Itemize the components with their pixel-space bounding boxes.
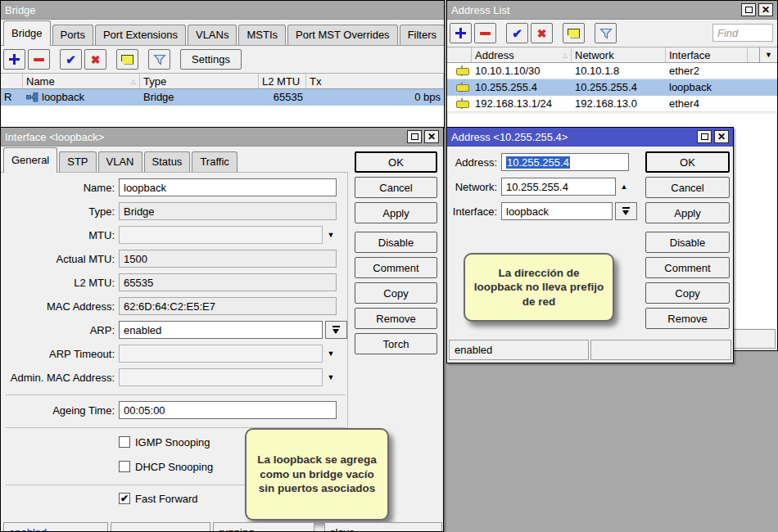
add-button[interactable] — [3, 49, 25, 70]
close-button[interactable]: ✕ — [424, 130, 439, 143]
tab-bridge[interactable]: Bridge — [3, 20, 51, 46]
tab-traffic[interactable]: Traffic — [192, 151, 237, 172]
ok-button[interactable]: OK — [355, 151, 437, 173]
close-button[interactable]: ✕ — [758, 3, 773, 16]
remove-button[interactable] — [474, 23, 496, 43]
address-list-titlebar[interactable]: Address List ✕ — [447, 1, 777, 20]
interface-dialog-titlebar[interactable]: Interface <loopback> ✕ — [1, 128, 443, 147]
remove-button[interactable]: Remove — [355, 308, 437, 329]
arp-timeout-dropdown-arrow-icon[interactable]: ▼ — [323, 349, 339, 358]
interface-field[interactable]: loopback — [501, 202, 613, 220]
apply-button[interactable]: Apply — [355, 202, 437, 223]
row-address: 10.10.1.10/30 — [472, 63, 572, 79]
comment-button[interactable]: Comment — [645, 257, 730, 278]
status-segment — [111, 522, 210, 532]
find-input[interactable] — [712, 24, 773, 42]
cancel-button[interactable]: Cancel — [645, 177, 730, 198]
close-button[interactable]: ✕ — [714, 130, 729, 143]
filter-button[interactable] — [148, 49, 170, 70]
tab-filters[interactable]: Filters — [400, 25, 445, 45]
network-up-arrow-icon[interactable]: ▲ — [616, 183, 632, 191]
address-row[interactable]: 192.168.13.1/24 192.168.13.0 ether4 — [447, 96, 777, 112]
arp-timeout-field[interactable] — [119, 345, 323, 363]
fast-forward-checkbox[interactable]: ✔ — [119, 493, 130, 504]
tab-stp[interactable]: STP — [59, 151, 96, 172]
status-segment: running — [213, 522, 314, 532]
arp-field[interactable]: enabled — [119, 321, 323, 339]
address-column-header[interactable]: Address △ — [472, 47, 572, 62]
comment-button[interactable] — [116, 49, 138, 70]
chevron-down-icon: ▼ — [765, 51, 772, 59]
dhcp-snooping-checkbox[interactable] — [119, 461, 130, 472]
torch-button[interactable]: Torch — [355, 333, 437, 354]
comment-button[interactable] — [563, 23, 585, 43]
igmp-snooping-checkbox[interactable] — [119, 436, 130, 448]
copy-button[interactable]: Copy — [645, 282, 730, 304]
disable-button[interactable]: ✖ — [84, 49, 106, 70]
remove-button[interactable]: Remove — [645, 308, 730, 329]
copy-button[interactable]: Copy — [355, 282, 437, 304]
actual-mtu-label: Actual MTU: — [3, 253, 119, 265]
ageing-time-field[interactable]: 00:05:00 — [119, 401, 337, 419]
status-enabled: enabled — [449, 340, 589, 360]
remove-button[interactable] — [28, 49, 50, 70]
maximize-button[interactable] — [741, 3, 756, 16]
tab-port-extensions[interactable]: Port Extensions — [95, 25, 186, 45]
comment-button[interactable]: Comment — [355, 257, 437, 278]
name-column-header[interactable]: Name △ — [23, 74, 140, 88]
address-row[interactable]: 10.10.1.10/30 10.10.1.8 ether2 — [447, 63, 777, 79]
filter-button[interactable] — [595, 23, 617, 43]
minus-icon — [480, 32, 491, 35]
tab-vlans[interactable]: VLANs — [188, 25, 237, 45]
row-network: 10.255.255.4 — [572, 79, 666, 95]
disable-button[interactable]: ✖ — [531, 23, 553, 43]
tx-column-header[interactable]: Tx — [306, 74, 444, 88]
cancel-button[interactable]: Cancel — [355, 177, 437, 198]
mtu-dropdown-arrow-icon[interactable]: ▼ — [323, 231, 339, 239]
cross-icon: ✖ — [537, 28, 547, 39]
address-dialog-title: Address <10.255.255.4> — [451, 131, 568, 143]
address-row[interactable]: 10.255.255.4 10.255.255.4 loopback — [447, 79, 777, 96]
tab-port-mst-overrides[interactable]: Port MST Overrides — [287, 25, 398, 45]
network-label: Network: — [450, 181, 501, 193]
bridge-row-loopback[interactable]: R loopback Bridge 65535 0 bps — [1, 89, 444, 106]
network-column-header[interactable]: Network — [572, 47, 666, 62]
admin-mac-field[interactable] — [119, 368, 323, 386]
bridge-toolbar: ✔ ✖ Settings — [1, 46, 444, 73]
enable-button[interactable]: ✔ — [60, 49, 82, 70]
mtu-field[interactable] — [119, 226, 323, 244]
tab-general[interactable]: General — [3, 147, 57, 173]
settings-button[interactable]: Settings — [180, 49, 242, 70]
address-dialog-titlebar[interactable]: Address <10.255.255.4> ✕ — [447, 128, 733, 147]
l2mtu-column-header[interactable]: L2 MTU — [259, 74, 306, 88]
network-field[interactable]: 10.255.255.4 — [501, 178, 616, 196]
ip-address-icon — [456, 65, 468, 76]
funnel-icon — [153, 54, 166, 65]
column-selector-button[interactable]: ▼ — [759, 47, 777, 62]
apply-button[interactable]: Apply — [645, 202, 730, 223]
arp-combo-button[interactable] — [325, 321, 347, 339]
enable-button[interactable]: ✔ — [506, 23, 528, 43]
address-field[interactable]: 10.255.255.4 — [501, 153, 629, 171]
flags-column-header[interactable] — [1, 74, 23, 88]
maximize-icon — [411, 133, 418, 140]
maximize-button[interactable] — [407, 130, 422, 143]
tab-vlan[interactable]: VLAN — [98, 151, 142, 172]
tab-ports[interactable]: Ports — [52, 25, 93, 45]
tab-mstis[interactable]: MSTIs — [238, 25, 286, 45]
type-column-header[interactable]: Type — [140, 74, 259, 88]
interface-column-header[interactable]: Interface — [666, 47, 748, 62]
actual-mtu-field: 1500 — [119, 250, 337, 268]
add-button[interactable] — [450, 23, 472, 43]
disable-button[interactable]: Disable — [645, 232, 730, 253]
tab-status[interactable]: Status — [144, 151, 191, 172]
interface-combo-button[interactable] — [615, 202, 637, 220]
disable-button[interactable]: Disable — [355, 232, 437, 253]
name-field[interactable]: loopback — [119, 178, 337, 196]
flags-column-header[interactable] — [447, 47, 472, 62]
ok-button[interactable]: OK — [645, 151, 730, 173]
maximize-button[interactable] — [697, 130, 712, 143]
admin-mac-dropdown-arrow-icon[interactable]: ▼ — [323, 373, 339, 381]
bridge-titlebar[interactable]: Bridge — [1, 1, 444, 20]
note-icon — [568, 29, 580, 38]
